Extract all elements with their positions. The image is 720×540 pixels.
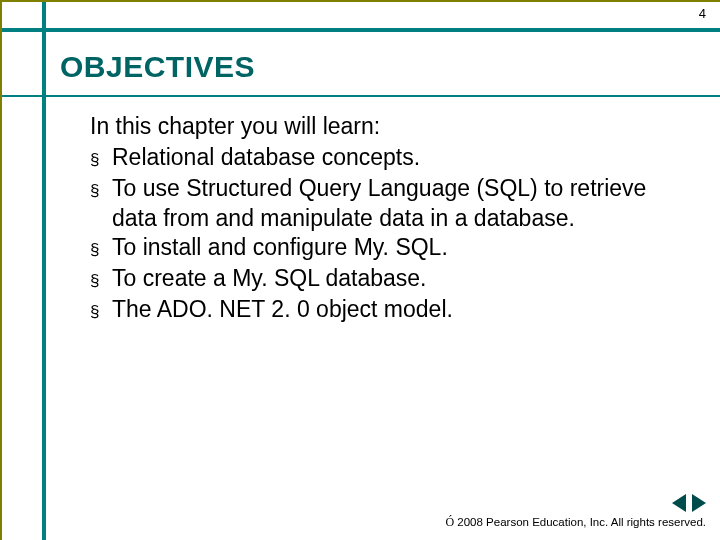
vertical-rule: [42, 2, 46, 540]
bullet-marker: §: [90, 295, 112, 326]
bullet-marker: §: [90, 143, 112, 174]
copyright-body: 2008 Pearson Education, Inc. All rights …: [454, 516, 706, 528]
copyright-symbol: Ó: [445, 515, 454, 529]
bullet-text: Relational database concepts.: [112, 143, 660, 172]
list-item: §Relational database concepts.: [90, 143, 660, 174]
left-border: [0, 0, 2, 540]
bullet-text: To create a My. SQL database.: [112, 264, 660, 293]
list-item: §To create a My. SQL database.: [90, 264, 660, 295]
horizontal-rule-top: [2, 28, 720, 32]
list-item: §To use Structured Query Language (SQL) …: [90, 174, 660, 233]
bullet-text: The ADO. NET 2. 0 object model.: [112, 295, 660, 324]
bullet-list: §Relational database concepts.§To use St…: [90, 143, 660, 326]
list-item: §To install and configure My. SQL.: [90, 233, 660, 264]
horizontal-rule-bottom: [2, 95, 720, 97]
content-body: In this chapter you will learn: §Relatio…: [90, 112, 660, 326]
prev-slide-icon[interactable]: [672, 494, 686, 512]
nav-controls: [672, 494, 706, 512]
slide-title: OBJECTIVES: [60, 50, 255, 84]
next-slide-icon[interactable]: [692, 494, 706, 512]
page-number: 4: [699, 6, 706, 21]
bullet-text: To install and configure My. SQL.: [112, 233, 660, 262]
top-border: [0, 0, 720, 2]
footer: Ó 2008 Pearson Education, Inc. All right…: [445, 515, 706, 530]
intro-text: In this chapter you will learn:: [90, 112, 660, 141]
copyright-text: Ó 2008 Pearson Education, Inc. All right…: [445, 515, 706, 530]
bullet-marker: §: [90, 264, 112, 295]
bullet-text: To use Structured Query Language (SQL) t…: [112, 174, 660, 233]
slide: 4 OBJECTIVES In this chapter you will le…: [0, 0, 720, 540]
bullet-marker: §: [90, 233, 112, 264]
bullet-marker: §: [90, 174, 112, 205]
list-item: §The ADO. NET 2. 0 object model.: [90, 295, 660, 326]
